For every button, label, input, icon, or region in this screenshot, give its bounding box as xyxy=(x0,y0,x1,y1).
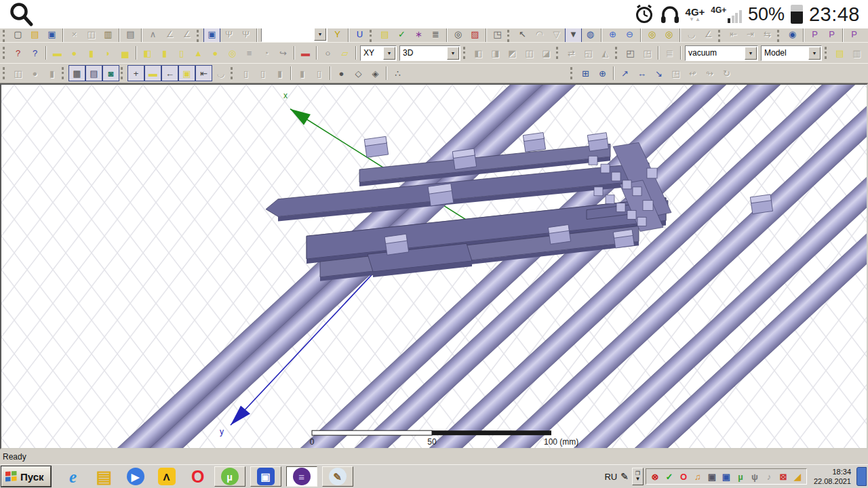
new-file-button[interactable]: ▢ xyxy=(9,28,26,42)
toggle-axes-button[interactable]: + xyxy=(127,65,144,81)
field-probe-3-button[interactable]: P xyxy=(846,28,863,42)
utorrent-taskbar-button[interactable]: µ xyxy=(214,466,245,487)
report-button[interactable]: ▨ xyxy=(467,28,484,42)
dropdown-arrow-icon[interactable]: ▼ xyxy=(314,28,326,41)
create-extruded-brick-button[interactable]: ▅ xyxy=(117,45,134,61)
language-indicator[interactable]: RU xyxy=(601,472,620,482)
blend-edges-button[interactable]: ◰ xyxy=(622,45,639,61)
scatter-points-button[interactable]: ∴ xyxy=(389,65,406,81)
toolbar-grip[interactable] xyxy=(718,30,722,42)
create-sphere-2-button[interactable]: ● xyxy=(207,45,224,61)
dropdown-arrow-icon[interactable]: ▼ xyxy=(808,47,821,60)
toolbar-grip[interactable] xyxy=(777,30,781,42)
zoom-selection-button[interactable]: ◎ xyxy=(644,28,660,42)
hexagon-tool-button[interactable]: ● xyxy=(333,65,350,81)
graphics-settings-tray-icon[interactable]: ▣ xyxy=(721,471,732,482)
new-tray-button[interactable]: ▤ xyxy=(831,45,848,61)
attach-button[interactable]: U xyxy=(351,28,368,42)
lambda-app-taskbar-button[interactable]: Λ xyxy=(153,466,181,487)
show-desktop-button[interactable] xyxy=(856,467,867,486)
tray-expand-button[interactable]: ❐▼ xyxy=(632,468,644,485)
toolbar-grip[interactable] xyxy=(3,47,7,59)
volume-mixer-tray-icon[interactable]: ♫ xyxy=(692,471,703,482)
extrude-button[interactable]: ◧ xyxy=(139,45,156,61)
dropdown-arrow-icon[interactable]: ▼ xyxy=(745,47,757,60)
model-canvas[interactable]: x y xyxy=(1,85,867,448)
whats-this-button[interactable]: ? xyxy=(26,45,43,61)
mesh-properties-button[interactable]: ⊕ xyxy=(594,65,611,81)
mesh-view-button[interactable]: ⊞ xyxy=(577,65,594,81)
antivirus-tray-icon[interactable]: ⊗ xyxy=(650,471,660,482)
field-probe-1-button[interactable]: P xyxy=(806,28,823,42)
toolbar-grip[interactable] xyxy=(197,30,201,42)
signal-meter-tray-icon[interactable]: ◢ xyxy=(792,471,803,482)
render-view-button[interactable]: ▣ xyxy=(203,28,220,42)
pick-solid-button[interactable]: ▼ xyxy=(565,28,582,42)
visibility-button[interactable]: ◉ xyxy=(784,28,801,42)
toolbar-grip[interactable] xyxy=(3,67,7,79)
taskbar-clock[interactable]: 18:34 22.08.2021 xyxy=(807,467,856,487)
loft-button[interactable]: ▯ xyxy=(173,45,190,61)
opera-taskbar-button[interactable]: O xyxy=(184,466,212,487)
toggle-grid-button[interactable]: ▦ xyxy=(68,65,85,81)
create-cylinder-button[interactable]: ▮ xyxy=(83,45,100,61)
cube-wire-a-button[interactable]: ◇ xyxy=(350,65,367,81)
local-wcs-c-button[interactable]: ↘ xyxy=(650,65,667,81)
rotate-profile-button[interactable]: ▮ xyxy=(156,45,173,61)
zoom-in-3d-button[interactable]: ⊕ xyxy=(604,28,621,42)
view-mode-dropdown[interactable]: 3D▼ xyxy=(399,45,460,61)
toolbar-grip[interactable] xyxy=(463,47,467,59)
clear-picks-button[interactable]: ◍ xyxy=(582,28,599,42)
search-icon[interactable] xyxy=(8,1,35,27)
print-button[interactable]: ▤ xyxy=(122,28,139,42)
cube-wire-b-button[interactable]: ◈ xyxy=(367,65,384,81)
toolbar-grip[interactable] xyxy=(62,67,66,79)
toggle-axis-arrow-button[interactable]: ⇤ xyxy=(195,65,212,81)
internet-explorer-taskbar-button[interactable]: e xyxy=(59,466,87,487)
paste-button[interactable]: ▥ xyxy=(100,28,117,42)
toolbar-grip[interactable] xyxy=(570,67,574,79)
toolbar-grip[interactable] xyxy=(370,30,374,42)
check-model-button[interactable]: ✓ xyxy=(393,28,410,42)
parameter-list-button[interactable]: ≣ xyxy=(427,28,444,42)
drawing-plane-dropdown[interactable]: XY▼ xyxy=(360,45,397,61)
toggle-origin-button[interactable]: ▣ xyxy=(178,65,195,81)
create-brick-button[interactable]: ▬ xyxy=(49,45,66,61)
toolbar-grip[interactable] xyxy=(3,30,7,42)
dropdown-arrow-icon[interactable]: ▼ xyxy=(447,47,459,60)
display-settings-tray-icon[interactable]: ▣ xyxy=(707,471,717,482)
utorrent-tray-tray-icon[interactable]: µ xyxy=(735,471,746,482)
history-dropdown[interactable]: ▼ xyxy=(261,28,328,42)
red-brick-button[interactable]: ▬ xyxy=(297,45,314,61)
toolbar-grip[interactable] xyxy=(231,67,235,79)
power-plug-tray-icon[interactable]: ψ xyxy=(749,471,760,482)
create-coil-button[interactable]: ≡ xyxy=(241,45,258,61)
paint-taskbar-button[interactable]: ✎ xyxy=(322,466,353,487)
toolbar-grip[interactable] xyxy=(121,67,125,79)
pen-input-icon[interactable]: ✎ xyxy=(620,471,632,482)
viewport-3d[interactable]: x y xyxy=(0,83,868,449)
toolbar-grip[interactable] xyxy=(615,47,619,59)
zoom-fit-button[interactable]: ◎ xyxy=(660,28,677,42)
circle-curve-button[interactable]: ○ xyxy=(319,45,336,61)
toggle-pick-arrow-button[interactable]: ← xyxy=(161,65,178,81)
network-offline-tray-icon[interactable]: ⊠ xyxy=(778,471,789,482)
local-wcs-a-button[interactable]: ↗ xyxy=(616,65,633,81)
pick-point-button[interactable]: ↖ xyxy=(514,28,531,42)
create-cone-button[interactable]: ▲ xyxy=(190,45,207,61)
file-explorer-taskbar-button[interactable]: ▤ xyxy=(90,466,119,487)
toggle-fill-button[interactable]: ◙ xyxy=(102,65,119,81)
workplane-button[interactable]: ▱ xyxy=(336,45,353,61)
opera-tray-tray-icon[interactable]: O xyxy=(678,471,689,482)
toggle-ruler-button[interactable]: ▤ xyxy=(85,65,102,81)
local-wcs-b-button[interactable]: ↔ xyxy=(633,65,650,81)
create-sphere-button[interactable]: ● xyxy=(66,45,83,61)
field-probe-4-button[interactable]: P xyxy=(863,28,868,42)
field-probe-2-button[interactable]: P xyxy=(823,28,840,42)
notes-button[interactable]: ▤ xyxy=(376,28,393,42)
volume-tray-icon[interactable]: ♪ xyxy=(764,471,774,482)
draw-curve-button[interactable]: ∧ xyxy=(144,28,161,42)
save-file-button[interactable]: ▣ xyxy=(43,28,60,42)
dropdown-arrow-icon[interactable]: ▼ xyxy=(383,47,395,60)
create-torus-button[interactable]: ◎ xyxy=(224,45,241,61)
